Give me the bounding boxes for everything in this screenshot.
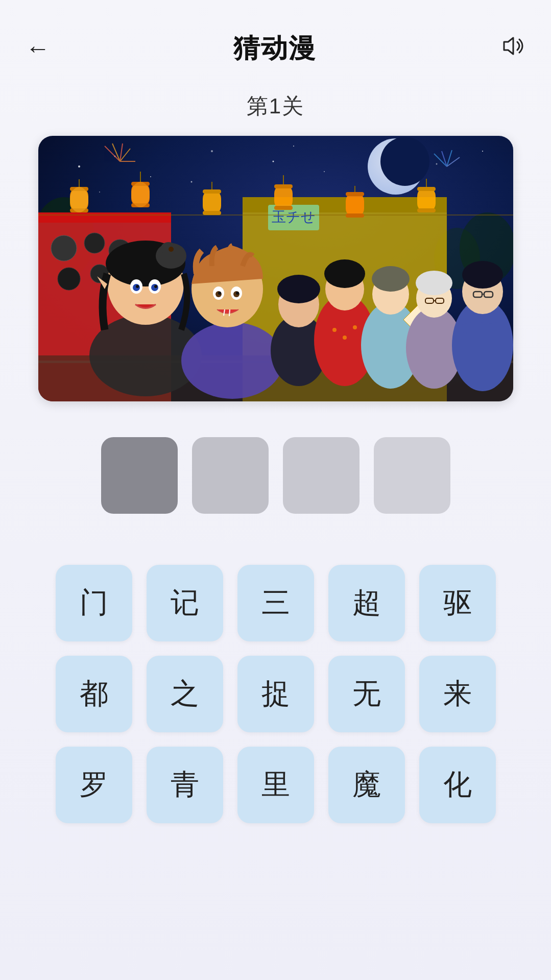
answer-box-4[interactable] bbox=[374, 437, 450, 514]
svg-point-96 bbox=[332, 328, 337, 332]
char-row-3: 罗 青 里 魔 化 bbox=[54, 747, 498, 823]
svg-point-32 bbox=[58, 268, 80, 290]
svg-point-30 bbox=[84, 233, 105, 253]
svg-point-86 bbox=[218, 292, 221, 295]
svg-rect-55 bbox=[274, 184, 293, 188]
char-btn-无[interactable]: 无 bbox=[328, 656, 405, 732]
svg-point-95 bbox=[324, 259, 365, 288]
svg-point-98 bbox=[353, 325, 357, 329]
page-title: 猜动漫 bbox=[233, 31, 316, 66]
char-btn-青[interactable]: 青 bbox=[147, 747, 223, 823]
svg-rect-59 bbox=[346, 192, 364, 196]
answer-box-2[interactable] bbox=[192, 437, 269, 514]
svg-rect-52 bbox=[203, 211, 221, 215]
character-grid: 门 记 三 超 驱 都 之 捉 无 来 罗 青 里 魔 化 bbox=[54, 565, 498, 823]
svg-rect-56 bbox=[274, 206, 293, 210]
svg-point-11 bbox=[190, 181, 192, 183]
header: ← 猜动漫 bbox=[0, 0, 551, 82]
char-btn-都[interactable]: 都 bbox=[56, 656, 132, 732]
svg-point-79 bbox=[169, 247, 174, 252]
char-row-1: 门 记 三 超 驱 bbox=[54, 565, 498, 641]
svg-point-101 bbox=[372, 266, 410, 292]
svg-point-12 bbox=[293, 146, 294, 147]
answer-box-3[interactable] bbox=[283, 437, 360, 514]
char-row-2: 都 之 捉 无 来 bbox=[54, 656, 498, 732]
char-btn-捉[interactable]: 捉 bbox=[237, 656, 314, 732]
svg-rect-51 bbox=[203, 189, 221, 194]
svg-point-49 bbox=[131, 182, 150, 207]
sound-icon bbox=[499, 33, 525, 59]
svg-point-1 bbox=[78, 165, 80, 168]
svg-point-3 bbox=[150, 176, 151, 177]
svg-point-87 bbox=[236, 292, 239, 295]
char-btn-驱[interactable]: 驱 bbox=[419, 565, 496, 641]
anime-image: 玉チせ bbox=[38, 136, 513, 401]
svg-rect-60 bbox=[346, 213, 364, 218]
svg-rect-63 bbox=[417, 187, 436, 191]
char-btn-超[interactable]: 超 bbox=[328, 565, 405, 641]
svg-point-104 bbox=[416, 271, 452, 295]
char-btn-罗[interactable]: 罗 bbox=[56, 747, 132, 823]
char-btn-三[interactable]: 三 bbox=[237, 565, 314, 641]
answer-box-1[interactable] bbox=[101, 437, 178, 514]
char-btn-之[interactable]: 之 bbox=[147, 656, 223, 732]
char-btn-里[interactable]: 里 bbox=[237, 747, 314, 823]
svg-point-78 bbox=[161, 242, 176, 254]
anime-scene-svg: 玉チせ bbox=[38, 136, 513, 401]
svg-line-89 bbox=[229, 309, 230, 316]
svg-rect-64 bbox=[417, 208, 436, 212]
svg-point-44 bbox=[70, 187, 88, 212]
svg-point-29 bbox=[51, 235, 77, 261]
level-label: 第1关 bbox=[247, 92, 304, 121]
svg-point-80 bbox=[181, 322, 283, 399]
answer-boxes bbox=[101, 437, 450, 514]
svg-point-8 bbox=[436, 163, 437, 165]
svg-point-97 bbox=[343, 336, 347, 340]
char-btn-门[interactable]: 门 bbox=[56, 565, 132, 641]
char-btn-记[interactable]: 记 bbox=[147, 565, 223, 641]
svg-text:玉チせ: 玉チせ bbox=[272, 209, 316, 225]
svg-point-10 bbox=[99, 192, 100, 193]
svg-point-4 bbox=[211, 150, 213, 152]
svg-point-76 bbox=[154, 285, 157, 288]
svg-point-110 bbox=[462, 261, 503, 289]
sound-button[interactable] bbox=[499, 33, 525, 65]
svg-point-24 bbox=[380, 137, 429, 186]
svg-point-5 bbox=[272, 161, 274, 162]
svg-point-9 bbox=[482, 151, 483, 152]
char-btn-化[interactable]: 化 bbox=[419, 747, 496, 823]
char-btn-来[interactable]: 来 bbox=[419, 656, 496, 732]
svg-point-75 bbox=[136, 285, 139, 288]
char-btn-魔[interactable]: 魔 bbox=[328, 747, 405, 823]
svg-point-92 bbox=[277, 275, 320, 303]
page-container: ← 猜动漫 第1关 bbox=[0, 0, 551, 980]
svg-point-6 bbox=[324, 171, 325, 172]
back-button[interactable]: ← bbox=[26, 36, 50, 61]
